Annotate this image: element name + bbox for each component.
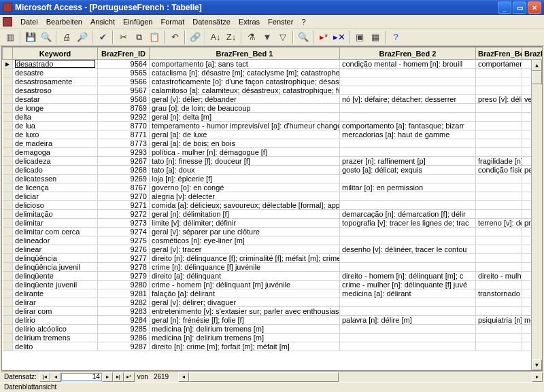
menu-datensatze[interactable]: Datensätze <box>188 16 235 27</box>
cell-id[interactable]: 9272 <box>98 210 150 219</box>
cell-id[interactable]: 8770 <box>98 122 150 130</box>
cell-bed1[interactable]: loja [n]: épicerie [f] <box>150 175 340 183</box>
table-row[interactable]: desastrosamente9566catastroficamente [o]… <box>3 77 543 86</box>
table-row[interactable]: delicioso9271comida [a]: délicieux; savo… <box>3 201 543 210</box>
cell-id[interactable]: 9565 <box>98 69 150 77</box>
cell-keyword[interactable]: delicatessen <box>13 175 98 183</box>
cell-bed1[interactable]: medicina [n]: delirium tremens [m] <box>150 325 340 334</box>
cell-bed3[interactable] <box>476 254 522 263</box>
cell-keyword[interactable]: delineador <box>13 236 98 245</box>
row-selector[interactable] <box>3 69 13 77</box>
cell-bed3[interactable] <box>476 86 522 95</box>
table-row[interactable]: de lua8770temperamento - humor imprevisí… <box>3 122 543 130</box>
table-row[interactable]: de luxo8771geral [a]: de luxemercadorias… <box>3 130 543 139</box>
table-row[interactable]: delicado9268tato [a]: douxgosto [a]: dél… <box>3 166 543 175</box>
cell-keyword[interactable]: delicadeza <box>13 157 98 166</box>
table-row[interactable]: delinear9276geral [v]: tracerdesenho [v]… <box>3 245 543 254</box>
row-selector[interactable] <box>3 192 13 201</box>
table-row[interactable]: delito9287direito [n]: crime [m]; forfai… <box>3 342 543 351</box>
menu-ansicht[interactable]: Ansicht <box>86 16 119 27</box>
keyword-input[interactable] <box>15 60 95 68</box>
cell-bed1[interactable]: cosméticos [n]: eye-liner [m] <box>150 236 340 245</box>
cell-id[interactable]: 9293 <box>98 148 150 157</box>
row-selector[interactable] <box>3 289 13 298</box>
row-selector[interactable] <box>3 166 13 175</box>
cell-keyword[interactable]: delicado <box>13 166 98 175</box>
nav-next-button[interactable]: ▸ <box>102 372 113 382</box>
apply-filter-button[interactable]: ▽ <box>275 30 290 45</box>
menu-datei[interactable]: Datei <box>16 16 42 27</box>
delete-record-button[interactable]: ▸✕ <box>332 30 347 45</box>
cell-id[interactable]: 9270 <box>98 192 150 201</box>
cell-bed2[interactable]: prazer [n]: raffinement [p] <box>340 157 476 166</box>
cell-bed1[interactable]: grau [o]: de loin; de beaucoup <box>150 104 340 113</box>
hscroll-left-button[interactable]: ◂ <box>178 372 189 382</box>
cell-bed1[interactable]: entretenimento [v]: s'extasier sur; parl… <box>150 307 340 316</box>
cell-bed2[interactable]: medicina [a]: délirant <box>340 289 476 298</box>
cell-id[interactable]: 9279 <box>98 272 150 281</box>
cell-keyword[interactable]: delimitar com cerca <box>13 228 98 236</box>
cell-keyword[interactable]: deliciar <box>13 192 98 201</box>
cell-id[interactable]: 9284 <box>98 316 150 325</box>
cell-bed1[interactable]: tato [n]: finesse [f]; douceur [f] <box>150 157 340 166</box>
row-selector[interactable] <box>3 77 13 86</box>
table-row[interactable]: delinqüente juvenil9280crime - homem [n]… <box>3 281 543 289</box>
table-row[interactable]: demagoga9293política - mulher [n]: démag… <box>3 148 543 157</box>
col-brazfren-bed3[interactable]: BrazFren_Bed <box>476 48 522 60</box>
cell-bed1[interactable]: comportamento [a]: sans tact <box>150 60 340 69</box>
cell-bed2[interactable] <box>340 139 476 148</box>
cell-bed1[interactable]: direito [a]: délinquant <box>150 272 340 281</box>
cell-bed3[interactable]: preso [v]: délier <box>476 95 522 104</box>
cell-bed3[interactable] <box>476 236 522 245</box>
cut-button[interactable]: ✂ <box>116 30 131 45</box>
cell-keyword[interactable]: delirium tremens <box>13 334 98 342</box>
cell-bed1[interactable]: crime [n]: délinquance [f] juvénile <box>150 263 340 272</box>
cell-bed3[interactable]: terreno [v]: délir <box>476 219 522 228</box>
cell-id[interactable]: 8767 <box>98 183 150 192</box>
cell-keyword[interactable]: delirar com <box>13 307 98 316</box>
cell-bed3[interactable] <box>476 130 522 139</box>
cell-id[interactable]: 9287 <box>98 342 150 351</box>
row-selector[interactable] <box>3 148 13 157</box>
cell-bed2[interactable] <box>340 192 476 201</box>
cell-bed2[interactable] <box>340 334 476 342</box>
col-brazfren-bed1[interactable]: BrazFren_Bed 1 <box>150 48 340 60</box>
table-row[interactable]: desastroso9567calamitoso [a]: calamiteux… <box>3 86 543 95</box>
row-selector[interactable] <box>3 157 13 166</box>
cell-keyword[interactable]: desastroso <box>13 86 98 95</box>
cell-bed3[interactable]: comportamento <box>476 60 522 69</box>
cell-bed3[interactable] <box>476 113 522 122</box>
row-selector[interactable] <box>3 263 13 272</box>
cell-keyword[interactable]: delimitar <box>13 219 98 228</box>
cell-id[interactable]: 9268 <box>98 166 150 175</box>
cell-bed2[interactable] <box>340 77 476 86</box>
scroll-thumb[interactable] <box>532 71 542 84</box>
copy-button[interactable]: ⧉ <box>131 30 146 45</box>
row-selector[interactable] <box>3 236 13 245</box>
cell-bed1[interactable]: geral [v]: délier; débander <box>150 95 340 104</box>
cell-bed2[interactable]: direito - homem [n]: délinquant [m]; c <box>340 272 476 281</box>
row-selector[interactable] <box>3 281 13 289</box>
menu-fenster[interactable]: Fenster <box>264 16 297 27</box>
cell-bed2[interactable] <box>340 175 476 183</box>
cell-bed1[interactable]: cataclisma [n]: désastre [m]; cataclysme… <box>150 69 340 77</box>
cell-bed2[interactable] <box>340 236 476 245</box>
vertical-scrollbar[interactable]: ▲ ▼ <box>531 60 542 370</box>
table-row[interactable]: delirar com9283entretenimento [v]: s'ext… <box>3 307 543 316</box>
nav-last-button[interactable]: ▸| <box>113 372 124 382</box>
cell-bed3[interactable]: direito - mulher <box>476 272 522 281</box>
cell-bed1[interactable]: catastroficamente [o]: d'une façon catas… <box>150 77 340 86</box>
row-selector[interactable] <box>3 316 13 325</box>
cell-keyword[interactable]: de lua <box>13 122 98 130</box>
cell-bed1[interactable]: tato [a]: doux <box>150 166 340 175</box>
row-selector[interactable] <box>3 219 13 228</box>
view-button[interactable]: ▥ <box>3 30 18 45</box>
cell-bed3[interactable] <box>476 69 522 77</box>
table-row[interactable]: de longe8769grau [o]: de loin; de beauco… <box>3 104 543 113</box>
col-keyword[interactable]: Keyword <box>13 48 98 60</box>
cell-id[interactable]: 9285 <box>98 325 150 334</box>
col-brazfren-bed2[interactable]: BrazFren_Bed 2 <box>340 48 476 60</box>
row-selector[interactable] <box>3 122 13 130</box>
col-brazfren-bed4[interactable]: BrazFrer <box>522 48 543 60</box>
nav-first-button[interactable]: |◂ <box>39 372 50 382</box>
